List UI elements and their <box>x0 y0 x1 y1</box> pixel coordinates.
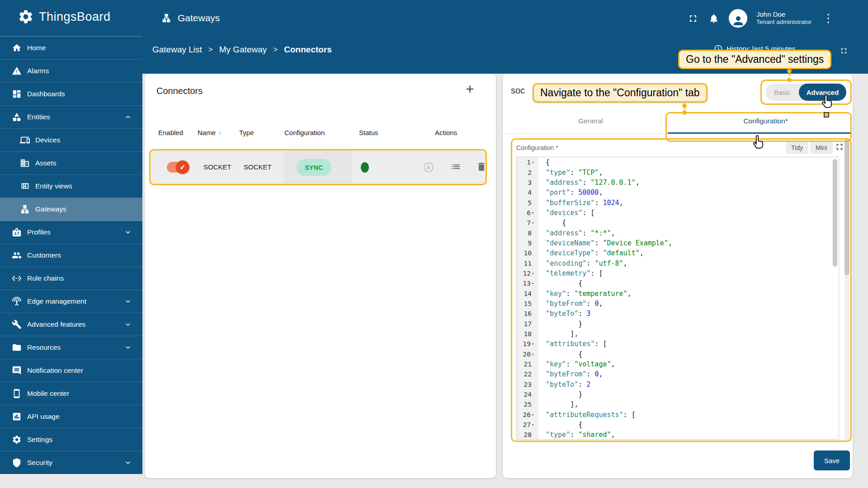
logs-list-icon[interactable] <box>450 161 462 173</box>
sidebar-item-label: Devices <box>35 136 60 144</box>
sidebar-item-dashboards[interactable]: Dashboards <box>0 83 142 106</box>
home-icon <box>12 43 22 53</box>
sort-arrow-icon: ↑ <box>218 129 222 136</box>
line-number: 17 <box>517 319 538 329</box>
kebab-menu-icon[interactable]: ⋮ <box>821 11 836 25</box>
thingsboard-logo[interactable]: ThingsBoard <box>17 8 111 25</box>
breadcrumb-item[interactable]: My Gateway <box>219 45 267 55</box>
line-number: 19▾ <box>517 339 538 349</box>
sidebar-item-security[interactable]: Security <box>0 451 142 474</box>
sidebar-item-profiles[interactable]: Profiles <box>0 221 142 244</box>
editor-fullscreen-icon[interactable] <box>835 142 845 153</box>
code-line: "encoding": "utf-8", <box>538 258 839 268</box>
sidebar-item-settings[interactable]: Settings <box>0 428 142 451</box>
user-info[interactable]: John Doe Tenant administrator <box>756 10 811 27</box>
gateways-title-icon <box>160 12 172 24</box>
rpc-lock-icon[interactable] <box>423 161 434 173</box>
code-line: "address": "127.0.0.1", <box>538 178 839 188</box>
editor-code-area[interactable]: { "type": "TCP", "address": "127.0.0.1",… <box>538 157 839 440</box>
history-expand-icon[interactable] <box>838 45 849 56</box>
code-line: "devices": [ <box>538 208 839 218</box>
line-number: 8 <box>517 228 538 238</box>
line-number: 16 <box>517 309 538 319</box>
advanced-mode-option[interactable]: Advanced <box>799 84 846 101</box>
connectors-title: Connectors <box>156 86 203 96</box>
column-header-enabled[interactable]: Enabled <box>158 129 183 136</box>
line-number: 13▾ <box>517 278 538 288</box>
enabled-toggle[interactable]: ✓ <box>167 162 188 173</box>
sidebar-item-entities[interactable]: Entities <box>0 106 142 129</box>
column-header-name[interactable]: Name↑ <box>198 129 222 136</box>
panel-scrollbar-thumb[interactable] <box>844 140 849 275</box>
sidebar-item-customers[interactable]: Customers <box>0 244 142 267</box>
breadcrumb: Gateway List>My Gateway>Connectors <box>152 45 332 55</box>
column-header-status[interactable]: Status <box>359 129 378 136</box>
sidebar-item-resources[interactable]: Resources <box>0 336 142 359</box>
sidebar-item-label: Gateways <box>35 205 66 213</box>
tidy-button[interactable]: Tidy <box>786 141 808 154</box>
line-number: 6▾ <box>517 208 538 218</box>
sidebar-item-gateways[interactable]: Gateways <box>0 198 142 221</box>
editor-scrollbar[interactable] <box>833 159 837 267</box>
user-name: John Doe <box>756 10 811 19</box>
sidebar-item-devices[interactable]: Devices <box>0 129 142 152</box>
sidebar-item-alarms[interactable]: Alarms <box>0 60 142 83</box>
line-number: 28 <box>517 430 538 440</box>
tab-general[interactable]: General <box>503 117 679 133</box>
notifications-bell-icon[interactable] <box>708 13 720 24</box>
save-button[interactable]: Save <box>814 450 850 470</box>
line-number: 4 <box>517 188 538 197</box>
mini-button[interactable]: Mini <box>810 141 833 154</box>
thingsboard-app: ThingsBoard Gateways Gateway List>My Gat… <box>0 0 868 488</box>
sidebar-item-entity-views[interactable]: Entity views <box>0 175 142 198</box>
sidebar-item-label: Entity views <box>35 182 72 190</box>
line-number: 21 <box>517 359 538 369</box>
column-header-type[interactable]: Type <box>239 129 254 136</box>
fullscreen-icon[interactable] <box>687 13 699 24</box>
json-code-editor[interactable]: 1▾23456▾7▾89101112▾13▾141516171819▾20▾21… <box>516 157 839 440</box>
sidebar-item-rule-chains[interactable]: Rule chains <box>0 267 142 290</box>
add-connector-button[interactable]: + <box>466 81 474 98</box>
advanced-features-icon <box>12 319 22 329</box>
sidebar-item-notification-center[interactable]: Notification center <box>0 359 142 382</box>
assets-icon <box>20 158 30 168</box>
sidebar-item-api-usage[interactable]: API usage <box>0 405 142 428</box>
edge-management-icon <box>12 296 22 306</box>
sync-configuration-badge[interactable]: SYNC <box>297 159 331 176</box>
chevron-down-icon <box>123 297 132 306</box>
connector-details-panel: soc Basic Advanced General Configuration… <box>503 74 853 478</box>
sidebar-item-label: Profiles <box>27 228 51 236</box>
code-line: "type": "TCP", <box>538 167 839 177</box>
code-line: } <box>538 389 839 399</box>
api-usage-icon <box>12 412 22 422</box>
mobile-center-icon <box>12 389 22 399</box>
breadcrumb-item[interactable]: Connectors <box>284 45 332 55</box>
connector-name-cell: SOCKET <box>203 163 231 171</box>
basic-mode-option[interactable]: Basic <box>766 84 799 101</box>
code-line: { <box>538 278 839 288</box>
header-actions: John Doe Tenant administrator ⋮ <box>687 9 836 28</box>
security-icon <box>12 458 22 468</box>
code-line: { <box>538 420 839 430</box>
column-header-configuration[interactable]: Configuration <box>284 129 325 136</box>
sidebar-item-assets[interactable]: Assets <box>0 152 142 175</box>
sidebar-item-home[interactable]: Home <box>0 37 142 60</box>
sidebar-item-label: Advanced features <box>27 320 85 328</box>
code-line: ], <box>538 399 839 409</box>
avatar[interactable] <box>729 9 747 28</box>
sidebar-item-edge-management[interactable]: Edge management <box>0 290 142 313</box>
sidebar-item-mobile-center[interactable]: Mobile center <box>0 382 142 405</box>
connector-detail-title: soc <box>511 85 525 96</box>
sidebar: HomeAlarmsDashboardsEntitiesDevicesAsset… <box>0 36 142 474</box>
tab-configuration[interactable]: Configuration* <box>679 117 853 133</box>
sidebar-item-advanced-features[interactable]: Advanced features <box>0 313 142 336</box>
sidebar-item-label: Security <box>27 459 52 467</box>
line-number: 10 <box>517 248 538 258</box>
connectors-panel: Connectors + EnabledName↑TypeConfigurati… <box>145 74 496 478</box>
table-row[interactable]: ✓ SOCKET SOCKET SYNC <box>151 150 486 184</box>
breadcrumb-separator: > <box>208 45 213 54</box>
delete-trash-icon[interactable] <box>476 161 488 173</box>
line-number: 22 <box>517 369 538 379</box>
breadcrumb-item[interactable]: Gateway List <box>152 45 202 55</box>
code-line: "byteTo": 2 <box>538 380 839 389</box>
